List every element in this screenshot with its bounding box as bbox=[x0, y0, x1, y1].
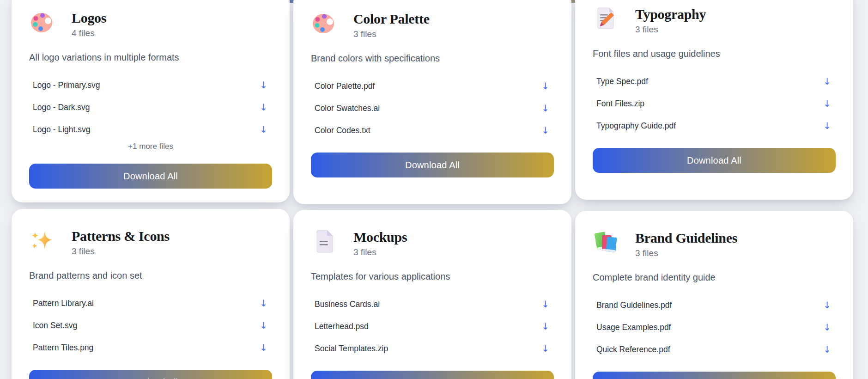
download-file-icon[interactable]: ↓ bbox=[540, 126, 550, 135]
file-name: Logo - Dark.svg bbox=[33, 103, 90, 112]
file-list: Color Palette.pdf ↓ Color Swatches.ai ↓ … bbox=[311, 75, 554, 141]
file-row[interactable]: Typography Guide.pdf ↓ bbox=[593, 115, 836, 137]
card-title: Mockups bbox=[353, 229, 407, 245]
file-row[interactable]: Brand Guidelines.pdf ↓ bbox=[593, 294, 836, 316]
books-icon bbox=[593, 229, 619, 255]
file-count: 3 files bbox=[353, 29, 430, 40]
download-file-icon[interactable]: ↓ bbox=[540, 322, 550, 331]
file-list: Pattern Library.ai ↓ Icon Set.svg ↓ Patt… bbox=[29, 292, 272, 359]
file-name: Business Cards.ai bbox=[315, 300, 380, 309]
download-file-icon[interactable]: ↓ bbox=[822, 323, 832, 332]
card-header: Typography 3 files bbox=[593, 6, 836, 35]
card-title: Typography bbox=[635, 6, 706, 22]
file-row[interactable]: Business Cards.ai ↓ bbox=[311, 293, 554, 315]
download-file-icon[interactable]: ↓ bbox=[540, 344, 550, 353]
card-title-block: Brand Guidelines 3 files bbox=[635, 229, 737, 259]
download-file-icon[interactable]: ↓ bbox=[822, 77, 832, 86]
download-file-icon[interactable]: ↓ bbox=[822, 345, 832, 354]
download-all-button[interactable]: Download All bbox=[311, 371, 554, 379]
file-count: 3 files bbox=[353, 247, 407, 258]
file-name: Color Palette.pdf bbox=[315, 81, 375, 91]
page-icon bbox=[311, 228, 337, 254]
file-name: Logo - Primary.svg bbox=[33, 80, 100, 90]
sparkles-icon bbox=[29, 227, 55, 253]
download-file-icon[interactable]: ↓ bbox=[822, 99, 832, 108]
download-file-icon[interactable]: ↓ bbox=[540, 300, 550, 309]
file-row[interactable]: Quick Reference.pdf ↓ bbox=[593, 338, 836, 361]
file-name: Quick Reference.pdf bbox=[596, 345, 670, 355]
card-description: Templates for various applications bbox=[311, 270, 554, 283]
file-name: Type Spec.pdf bbox=[596, 77, 648, 86]
file-row[interactable]: Logo - Light.svg ↓ bbox=[29, 118, 272, 141]
card-title-block: Typography 3 files bbox=[635, 6, 706, 35]
file-name: Color Codes.txt bbox=[315, 126, 370, 135]
download-all-button[interactable]: Download All bbox=[311, 153, 554, 177]
file-list: Business Cards.ai ↓ Letterhead.psd ↓ Soc… bbox=[311, 293, 554, 360]
card-header: Brand Guidelines 3 files bbox=[593, 229, 836, 259]
card-title-block: Logos 4 files bbox=[72, 9, 106, 39]
file-name: Pattern Library.ai bbox=[33, 299, 94, 308]
file-name: Social Templates.zip bbox=[315, 344, 388, 354]
asset-card-typography: Typography 3 files Font files and usage … bbox=[575, 0, 853, 200]
file-row[interactable]: Social Templates.zip ↓ bbox=[311, 337, 554, 360]
download-all-button[interactable]: Download All bbox=[593, 372, 836, 379]
card-description: Brand patterns and icon set bbox=[29, 269, 272, 282]
file-name: Icon Set.svg bbox=[33, 321, 77, 330]
file-row[interactable]: Pattern Tiles.png ↓ bbox=[29, 336, 272, 359]
card-title-block: Patterns & Icons 3 files bbox=[72, 227, 170, 257]
download-file-icon[interactable]: ↓ bbox=[822, 300, 832, 310]
download-file-icon[interactable]: ↓ bbox=[259, 299, 268, 308]
file-row[interactable]: Letterhead.psd ↓ bbox=[311, 315, 554, 337]
file-row[interactable]: Pattern Library.ai ↓ bbox=[29, 292, 272, 314]
download-file-icon[interactable]: ↓ bbox=[259, 125, 268, 134]
file-row[interactable]: Type Spec.pdf ↓ bbox=[593, 70, 836, 92]
file-list: Logo - Primary.svg ↓ Logo - Dark.svg ↓ L… bbox=[29, 74, 272, 141]
file-name: Typography Guide.pdf bbox=[596, 121, 676, 131]
asset-card-mockups: Mockups 3 files Templates for various ap… bbox=[293, 210, 571, 379]
more-files-label: +1 more files bbox=[29, 141, 272, 153]
file-list: Brand Guidelines.pdf ↓ Usage Examples.pd… bbox=[593, 294, 836, 361]
file-name: Font Files.zip bbox=[596, 99, 644, 109]
card-header: Mockups 3 files bbox=[311, 228, 554, 258]
asset-card-patterns-icons: Patterns & Icons 3 files Brand patterns … bbox=[12, 209, 290, 379]
file-row[interactable]: Logo - Dark.svg ↓ bbox=[29, 96, 272, 118]
card-title: Patterns & Icons bbox=[72, 228, 170, 244]
file-row[interactable]: Usage Examples.pdf ↓ bbox=[593, 316, 836, 338]
file-row[interactable]: Color Palette.pdf ↓ bbox=[311, 75, 554, 97]
file-name: Letterhead.psd bbox=[315, 322, 369, 331]
memo-icon bbox=[593, 6, 619, 31]
card-title: Logos bbox=[72, 10, 106, 26]
file-name: Logo - Light.svg bbox=[33, 125, 91, 134]
download-file-icon[interactable]: ↓ bbox=[540, 104, 550, 113]
download-all-button[interactable]: Download All bbox=[593, 148, 836, 173]
download-file-icon[interactable]: ↓ bbox=[259, 321, 268, 330]
download-all-button[interactable]: Download All bbox=[29, 370, 272, 379]
file-name: Usage Examples.pdf bbox=[596, 323, 671, 332]
palette-icon bbox=[311, 10, 337, 36]
file-name: Pattern Tiles.png bbox=[33, 343, 93, 353]
file-count: 3 files bbox=[72, 246, 170, 257]
file-name: Color Swatches.ai bbox=[315, 104, 380, 113]
file-row[interactable]: Logo - Primary.svg ↓ bbox=[29, 74, 272, 96]
download-file-icon[interactable]: ↓ bbox=[259, 343, 268, 352]
card-header: Patterns & Icons 3 files bbox=[29, 227, 272, 257]
file-row[interactable]: Color Swatches.ai ↓ bbox=[311, 97, 554, 119]
file-row[interactable]: Icon Set.svg ↓ bbox=[29, 314, 272, 336]
card-title: Color Palette bbox=[353, 11, 430, 27]
download-file-icon[interactable]: ↓ bbox=[259, 80, 268, 90]
file-list: Type Spec.pdf ↓ Font Files.zip ↓ Typogra… bbox=[593, 70, 836, 137]
download-all-button[interactable]: Download All bbox=[29, 164, 272, 189]
download-file-icon[interactable]: ↓ bbox=[259, 103, 268, 112]
download-file-icon[interactable]: ↓ bbox=[822, 121, 832, 130]
card-description: Brand colors with specifications bbox=[311, 52, 554, 65]
card-title: Brand Guidelines bbox=[635, 230, 737, 246]
file-row[interactable]: Color Codes.txt ↓ bbox=[311, 119, 554, 141]
file-row[interactable]: Font Files.zip ↓ bbox=[593, 92, 836, 115]
card-title-block: Color Palette 3 files bbox=[353, 10, 430, 40]
download-file-icon[interactable]: ↓ bbox=[540, 81, 550, 91]
card-description: Complete brand identity guide bbox=[593, 271, 836, 284]
card-description: Font files and usage guidelines bbox=[593, 47, 836, 60]
card-header: Logos 4 files bbox=[29, 9, 272, 39]
file-count: 3 files bbox=[635, 248, 737, 259]
card-title-block: Mockups 3 files bbox=[353, 228, 407, 258]
